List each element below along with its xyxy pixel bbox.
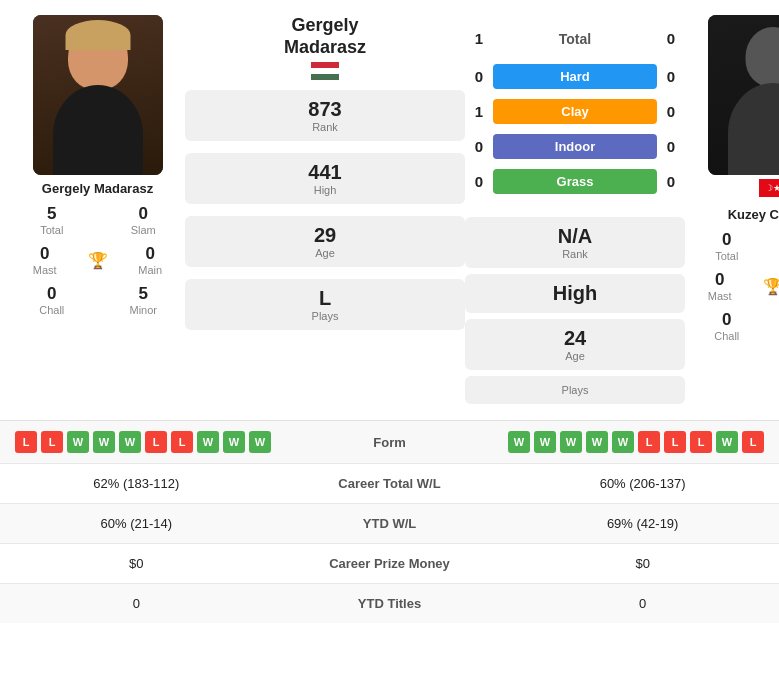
player2-mast-stat: 0 Mast	[685, 270, 755, 302]
p2-form-badge-8: W	[716, 431, 738, 453]
player1-minor-label: Minor	[102, 304, 186, 316]
player2-right-stats: N/A Rank High 24 Age Plays	[465, 211, 685, 410]
player1-mast-stat: 0 Mast	[10, 244, 80, 276]
player1-high-number: 441	[201, 161, 449, 184]
player2-age-number: 24	[481, 327, 669, 350]
player2-rank-label: Rank	[481, 248, 669, 260]
player1-chall-stat: 0 Chall	[10, 284, 94, 316]
stat-right-2: $0	[506, 544, 779, 584]
player1-form-badges: LLWWWLLWWW	[15, 431, 330, 453]
form-section: LLWWWLLWWW Form WWWWWLLLWL	[0, 420, 779, 463]
player1-main-label: Main	[116, 264, 186, 276]
player1-chall-label: Chall	[10, 304, 94, 316]
stats-row-0: 62% (183-112) Career Total W/L 60% (206-…	[0, 464, 779, 504]
player1-stats-row1: 5 Total 0 Slam	[10, 204, 185, 236]
form-label: Form	[330, 435, 450, 450]
player1-rank-box: 873 Rank	[185, 90, 465, 141]
turkey-flag: ☽★	[759, 179, 780, 197]
p2-form-badge-2: W	[560, 431, 582, 453]
hard-right-score: 0	[657, 68, 685, 85]
p2-form-badge-5: L	[638, 431, 660, 453]
player1-slam-stat: 0 Slam	[102, 204, 186, 236]
p1-form-badge-0: L	[15, 431, 37, 453]
player1-mast-label: Mast	[10, 264, 80, 276]
stats-table: 62% (183-112) Career Total W/L 60% (206-…	[0, 463, 779, 623]
clay-left-score: 1	[465, 103, 493, 120]
player2-photo-content	[708, 15, 780, 175]
p2-form-badge-1: W	[534, 431, 556, 453]
p1-form-badge-1: L	[41, 431, 63, 453]
player2-age-label: Age	[481, 350, 669, 362]
clay-row: 1 Clay 0	[465, 99, 685, 124]
player2-total-label: Total	[685, 250, 769, 262]
player1-stats-row3: 0 Chall 5 Minor	[10, 284, 185, 316]
player-right: ☽★ Kuzey Cekirge 0 Total 0 Slam 0 Mast	[685, 15, 779, 410]
player1-name-line1: Gergely	[291, 15, 358, 35]
p1-form-badge-8: W	[223, 431, 245, 453]
player1-plays-label: Plays	[201, 310, 449, 322]
player1-stats-row2: 0 Mast 🏆 0 Main	[10, 244, 185, 276]
player2-high-number: High	[481, 282, 669, 305]
total-row: 1 Total 0	[465, 30, 685, 47]
p1-form-badge-5: L	[145, 431, 167, 453]
player2-flag: ☽★	[759, 179, 780, 197]
player1-photo-content	[33, 15, 163, 175]
p2-form-badge-3: W	[586, 431, 608, 453]
p2-form-badge-7: L	[690, 431, 712, 453]
clay-right-score: 0	[657, 103, 685, 120]
player2-total-val: 0	[685, 230, 769, 250]
trophy2-icon: 🏆	[763, 277, 780, 296]
grass-right-score: 0	[657, 173, 685, 190]
hungary-flag	[311, 62, 339, 80]
player1-name-center: Gergely Madarasz	[284, 15, 366, 58]
surfaces-col: 1 Total 0 0 Hard 0 1 Clay 0 0 Indoor 0	[465, 15, 685, 410]
hard-badge: Hard	[493, 64, 657, 89]
indoor-left-score: 0	[465, 138, 493, 155]
stat-label-2: Career Prize Money	[273, 544, 507, 584]
player2-trophy: 🏆	[763, 270, 780, 302]
player2-mast-val: 0	[685, 270, 755, 290]
player2-stats-row3: 0 Chall 0 Minor	[685, 310, 779, 342]
player1-trophy: 🏆	[88, 244, 108, 276]
player1-rank-number: 873	[201, 98, 449, 121]
player1-chall-val: 0	[10, 284, 94, 304]
grass-left-score: 0	[465, 173, 493, 190]
p1-form-badge-3: W	[93, 431, 115, 453]
player2-total-stat: 0 Total	[685, 230, 769, 262]
player1-photo	[33, 15, 163, 175]
stat-label-3: YTD Titles	[273, 584, 507, 624]
player2-plays-box: Plays	[465, 376, 685, 404]
indoor-right-score: 0	[657, 138, 685, 155]
player-section: Gergely Madarasz 5 Total 0 Slam 0 Mast 🏆	[0, 0, 779, 420]
p2-form-badge-4: W	[612, 431, 634, 453]
player1-plays-value: L	[201, 287, 449, 310]
player2-stats-row1: 0 Total 0 Slam	[685, 230, 779, 262]
total-left-score: 1	[465, 30, 493, 47]
stat-left-2: $0	[0, 544, 273, 584]
turkey-crescent: ☽★	[765, 183, 780, 193]
player2-plays-label: Plays	[481, 384, 669, 396]
player2-stats-row2: 0 Mast 🏆 0 Main	[685, 270, 779, 302]
player2-mast-label: Mast	[685, 290, 755, 302]
p2-form-badge-0: W	[508, 431, 530, 453]
player2-chall-label: Chall	[685, 330, 769, 342]
indoor-badge: Indoor	[493, 134, 657, 159]
player2-form-badges: WWWWWLLLWL	[450, 431, 765, 453]
p1-form-badge-2: W	[67, 431, 89, 453]
player1-minor-stat: 5 Minor	[102, 284, 186, 316]
player1-high-box: 441 High	[185, 153, 465, 204]
stat-right-0: 60% (206-137)	[506, 464, 779, 504]
main-container: Gergely Madarasz 5 Total 0 Slam 0 Mast 🏆	[0, 0, 779, 623]
player2-rank-number: N/A	[481, 225, 669, 248]
stats-row-2: $0 Career Prize Money $0	[0, 544, 779, 584]
player1-plays-box: L Plays	[185, 279, 465, 330]
stat-left-0: 62% (183-112)	[0, 464, 273, 504]
p1-form-badge-7: W	[197, 431, 219, 453]
p1-form-badge-9: W	[249, 431, 271, 453]
stat-label-0: Career Total W/L	[273, 464, 507, 504]
player1-high-label: High	[201, 184, 449, 196]
stat-right-3: 0	[506, 584, 779, 624]
p1-form-badge-4: W	[119, 431, 141, 453]
center-col: Gergely Madarasz 873 Rank 441 High 29	[185, 15, 465, 410]
stats-row-3: 0 YTD Titles 0	[0, 584, 779, 624]
